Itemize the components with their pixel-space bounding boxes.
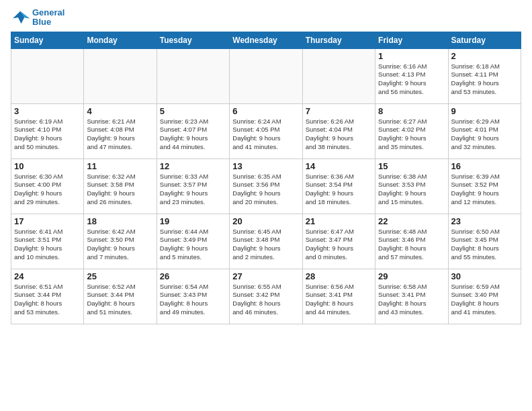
day-info: Sunrise: 6:35 AM Sunset: 3:56 PM Dayligh…: [232, 173, 299, 207]
day-info: Sunrise: 6:23 AM Sunset: 4:07 PM Dayligh…: [160, 118, 226, 152]
day-info: Sunrise: 6:24 AM Sunset: 4:05 PM Dayligh…: [232, 118, 299, 152]
calendar-cell: 18Sunrise: 6:42 AM Sunset: 3:50 PM Dayli…: [84, 214, 157, 269]
day-info: Sunrise: 6:38 AM Sunset: 3:53 PM Dayligh…: [378, 173, 445, 207]
day-number: 29: [378, 271, 445, 281]
day-number: 28: [306, 271, 372, 281]
calendar-cell: [84, 48, 157, 103]
calendar-cell: 1Sunrise: 6:16 AM Sunset: 4:13 PM Daylig…: [375, 48, 448, 103]
calendar-cell: 15Sunrise: 6:38 AM Sunset: 3:53 PM Dayli…: [375, 158, 448, 214]
calendar-table: SundayMondayTuesdayWednesdayThursdayFrid…: [11, 32, 521, 324]
calendar-cell: 30Sunrise: 6:59 AM Sunset: 3:40 PM Dayli…: [448, 269, 521, 324]
day-info: Sunrise: 6:32 AM Sunset: 3:58 PM Dayligh…: [87, 173, 153, 207]
day-info: Sunrise: 6:45 AM Sunset: 3:48 PM Dayligh…: [232, 228, 299, 262]
day-info: Sunrise: 6:21 AM Sunset: 4:08 PM Dayligh…: [87, 118, 153, 152]
day-info: Sunrise: 6:52 AM Sunset: 3:44 PM Dayligh…: [87, 283, 153, 317]
calendar-cell: 11Sunrise: 6:32 AM Sunset: 3:58 PM Dayli…: [84, 158, 157, 214]
day-number: 9: [451, 106, 518, 116]
calendar-week-row: 17Sunrise: 6:41 AM Sunset: 3:51 PM Dayli…: [11, 214, 521, 269]
day-info: Sunrise: 6:56 AM Sunset: 3:41 PM Dayligh…: [306, 283, 372, 317]
day-info: Sunrise: 6:30 AM Sunset: 4:00 PM Dayligh…: [14, 173, 81, 207]
day-number: 21: [306, 216, 372, 226]
col-header-monday: Monday: [84, 32, 157, 48]
day-number: 20: [232, 216, 299, 226]
day-number: 4: [87, 106, 153, 116]
day-number: 22: [378, 216, 445, 226]
day-number: 24: [14, 271, 81, 281]
calendar-cell: 27Sunrise: 6:55 AM Sunset: 3:42 PM Dayli…: [230, 269, 302, 324]
calendar-cell: 12Sunrise: 6:33 AM Sunset: 3:57 PM Dayli…: [157, 158, 229, 214]
day-number: 1: [378, 51, 445, 61]
day-info: Sunrise: 6:18 AM Sunset: 4:11 PM Dayligh…: [451, 62, 518, 97]
day-info: Sunrise: 6:26 AM Sunset: 4:04 PM Dayligh…: [306, 118, 372, 152]
day-number: 7: [306, 106, 372, 116]
day-number: 26: [160, 271, 226, 281]
calendar-cell: [157, 48, 229, 103]
day-info: Sunrise: 6:19 AM Sunset: 4:10 PM Dayligh…: [14, 118, 81, 152]
day-info: Sunrise: 6:16 AM Sunset: 4:13 PM Dayligh…: [378, 62, 445, 97]
day-number: 30: [451, 271, 518, 281]
day-number: 8: [378, 106, 445, 116]
day-number: 15: [378, 161, 445, 171]
calendar-cell: 24Sunrise: 6:51 AM Sunset: 3:44 PM Dayli…: [11, 269, 84, 324]
day-info: Sunrise: 6:48 AM Sunset: 3:46 PM Dayligh…: [378, 228, 445, 262]
logo-bird-icon: [11, 8, 30, 27]
calendar-cell: 2Sunrise: 6:18 AM Sunset: 4:11 PM Daylig…: [448, 48, 521, 103]
day-number: 2: [451, 51, 518, 61]
day-info: Sunrise: 6:39 AM Sunset: 3:52 PM Dayligh…: [451, 173, 518, 207]
calendar-header-row: SundayMondayTuesdayWednesdayThursdayFrid…: [11, 32, 521, 48]
day-info: Sunrise: 6:50 AM Sunset: 3:45 PM Dayligh…: [451, 228, 518, 262]
calendar-cell: [11, 48, 84, 103]
calendar-cell: 7Sunrise: 6:26 AM Sunset: 4:04 PM Daylig…: [302, 103, 375, 158]
day-info: Sunrise: 6:42 AM Sunset: 3:50 PM Dayligh…: [87, 228, 153, 262]
day-info: Sunrise: 6:27 AM Sunset: 4:02 PM Dayligh…: [378, 118, 445, 152]
calendar-cell: 26Sunrise: 6:54 AM Sunset: 3:43 PM Dayli…: [157, 269, 229, 324]
day-info: Sunrise: 6:54 AM Sunset: 3:43 PM Dayligh…: [160, 283, 226, 317]
day-info: Sunrise: 6:33 AM Sunset: 3:57 PM Dayligh…: [160, 173, 226, 207]
day-number: 18: [87, 216, 153, 226]
day-info: Sunrise: 6:55 AM Sunset: 3:42 PM Dayligh…: [232, 283, 299, 317]
calendar-cell: [230, 48, 302, 103]
day-info: Sunrise: 6:59 AM Sunset: 3:40 PM Dayligh…: [451, 283, 518, 317]
day-number: 6: [232, 106, 299, 116]
day-number: 5: [160, 106, 226, 116]
header: General Blue: [11, 8, 521, 28]
day-info: Sunrise: 6:44 AM Sunset: 3:49 PM Dayligh…: [160, 228, 226, 262]
day-number: 10: [14, 161, 81, 171]
calendar-cell: 14Sunrise: 6:36 AM Sunset: 3:54 PM Dayli…: [302, 158, 375, 214]
calendar-cell: 8Sunrise: 6:27 AM Sunset: 4:02 PM Daylig…: [375, 103, 448, 158]
calendar-cell: 17Sunrise: 6:41 AM Sunset: 3:51 PM Dayli…: [11, 214, 84, 269]
day-number: 25: [87, 271, 153, 281]
col-header-sunday: Sunday: [11, 32, 84, 48]
day-number: 13: [232, 161, 299, 171]
calendar-cell: 13Sunrise: 6:35 AM Sunset: 3:56 PM Dayli…: [230, 158, 302, 214]
calendar-cell: 5Sunrise: 6:23 AM Sunset: 4:07 PM Daylig…: [157, 103, 229, 158]
day-number: 19: [160, 216, 226, 226]
calendar-cell: 4Sunrise: 6:21 AM Sunset: 4:08 PM Daylig…: [84, 103, 157, 158]
logo: General Blue: [11, 8, 64, 28]
calendar-cell: [302, 48, 375, 103]
calendar-week-row: 24Sunrise: 6:51 AM Sunset: 3:44 PM Dayli…: [11, 269, 521, 324]
day-info: Sunrise: 6:51 AM Sunset: 3:44 PM Dayligh…: [14, 283, 81, 317]
day-info: Sunrise: 6:41 AM Sunset: 3:51 PM Dayligh…: [14, 228, 81, 262]
logo-text: General Blue: [32, 8, 64, 28]
col-header-saturday: Saturday: [448, 32, 521, 48]
calendar-cell: 10Sunrise: 6:30 AM Sunset: 4:00 PM Dayli…: [11, 158, 84, 214]
day-info: Sunrise: 6:58 AM Sunset: 3:41 PM Dayligh…: [378, 283, 445, 317]
calendar-cell: 25Sunrise: 6:52 AM Sunset: 3:44 PM Dayli…: [84, 269, 157, 324]
calendar-cell: 16Sunrise: 6:39 AM Sunset: 3:52 PM Dayli…: [448, 158, 521, 214]
calendar-cell: 6Sunrise: 6:24 AM Sunset: 4:05 PM Daylig…: [230, 103, 302, 158]
calendar-cell: 23Sunrise: 6:50 AM Sunset: 3:45 PM Dayli…: [448, 214, 521, 269]
calendar-cell: 28Sunrise: 6:56 AM Sunset: 3:41 PM Dayli…: [302, 269, 375, 324]
calendar-week-row: 1Sunrise: 6:16 AM Sunset: 4:13 PM Daylig…: [11, 48, 521, 103]
day-number: 11: [87, 161, 153, 171]
day-number: 27: [232, 271, 299, 281]
calendar-week-row: 3Sunrise: 6:19 AM Sunset: 4:10 PM Daylig…: [11, 103, 521, 158]
calendar-cell: 29Sunrise: 6:58 AM Sunset: 3:41 PM Dayli…: [375, 269, 448, 324]
day-number: 14: [306, 161, 372, 171]
day-number: 3: [14, 106, 81, 116]
col-header-tuesday: Tuesday: [157, 32, 229, 48]
col-header-thursday: Thursday: [302, 32, 375, 48]
calendar-cell: 20Sunrise: 6:45 AM Sunset: 3:48 PM Dayli…: [230, 214, 302, 269]
page: General Blue SundayMondayTuesdayWednesda…: [0, 0, 532, 411]
calendar-cell: 3Sunrise: 6:19 AM Sunset: 4:10 PM Daylig…: [11, 103, 84, 158]
